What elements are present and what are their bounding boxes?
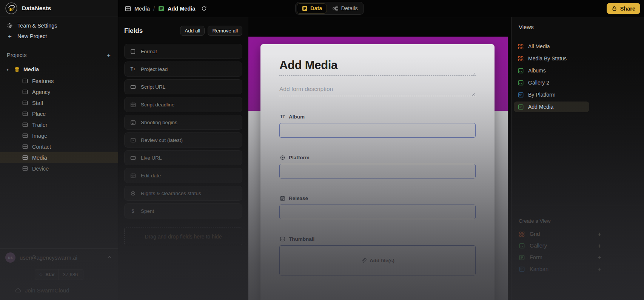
url-icon — [130, 155, 136, 161]
field-card-spent[interactable]: Spent — [124, 203, 242, 218]
view-all-media[interactable]: All Media — [514, 41, 589, 52]
fields-panel: Fields Add all Remove all Format Project… — [118, 17, 248, 300]
form-title-input[interactable]: Add Media — [279, 58, 476, 72]
text-field-icon — [130, 66, 136, 72]
calendar-icon — [279, 195, 285, 201]
mode-toggle: Data Details — [295, 2, 364, 15]
form-description-input[interactable]: Add form description — [279, 86, 476, 92]
sidebar-item-new-project[interactable]: New Project — [0, 31, 118, 42]
add-all-button[interactable]: Add all — [180, 26, 205, 36]
project-row-media[interactable]: Media — [0, 64, 118, 75]
resize-handle-icon[interactable] — [470, 71, 476, 77]
create-gallery-view[interactable]: Gallery — [519, 241, 602, 251]
avatar: us — [5, 252, 15, 263]
form-icon — [302, 5, 308, 11]
view-albums[interactable]: Albums — [514, 65, 589, 76]
tab-details[interactable]: Details — [328, 3, 362, 14]
gallery-view-icon — [518, 80, 524, 86]
field-card-project-lead[interactable]: Project lead — [124, 62, 242, 77]
table-icon — [22, 100, 28, 106]
platform-input[interactable] — [279, 164, 476, 178]
create-grid-view[interactable]: Grid — [519, 229, 602, 239]
sidebar-table-agency[interactable]: Agency — [0, 86, 118, 97]
view-by-platform[interactable]: By Platform — [514, 89, 589, 100]
kanban-view-icon — [518, 92, 524, 98]
tab-data[interactable]: Data — [297, 3, 327, 14]
field-card-format[interactable]: Format — [124, 44, 242, 59]
join-cloud-link[interactable]: Join SwarmCloud — [15, 286, 118, 295]
remove-all-button[interactable]: Remove all — [208, 26, 242, 36]
chevron-down-icon[interactable] — [5, 66, 11, 72]
field-card-rights-status[interactable]: Rights & clearances status — [124, 186, 242, 201]
app-window: DataNests Team & Settings New Project Pr… — [0, 0, 644, 300]
app-title: DataNests — [22, 5, 51, 12]
view-label: By Platform — [528, 92, 555, 98]
hide-fields-dropzone[interactable]: Drag and drop fields here to hide — [124, 228, 242, 245]
add-view-icon[interactable] — [596, 266, 602, 272]
grid-view-icon — [518, 43, 524, 49]
table-label: Staff — [32, 100, 43, 106]
sidebar-table-place[interactable]: Place — [0, 108, 118, 119]
user-menu[interactable]: us user@agencyswarm.ai — [0, 249, 118, 266]
sidebar-table-media-selected[interactable]: Media — [0, 152, 118, 163]
resize-handle-icon[interactable] — [470, 92, 476, 98]
form-field-release: Release — [279, 195, 476, 219]
release-input[interactable] — [279, 205, 476, 219]
tables-list: Features Agency Staff Place Trailer Imag… — [0, 75, 118, 174]
create-view-title: Create a View — [519, 218, 637, 224]
sidebar-table-features[interactable]: Features — [0, 75, 118, 86]
create-kanban-view[interactable]: Kanban — [519, 264, 602, 274]
table-icon — [125, 6, 131, 12]
sidebar-table-image[interactable]: Image — [0, 130, 118, 141]
share-button[interactable]: Share — [607, 3, 640, 14]
view-gallery-2[interactable]: Gallery 2 — [514, 77, 589, 88]
dollar-icon — [130, 208, 136, 214]
app-header: DataNests — [0, 0, 118, 17]
sidebar-item-team-settings[interactable]: Team & Settings — [0, 20, 118, 31]
field-card-shooting-begins[interactable]: Shooting begins — [124, 115, 242, 130]
field-label-row: Release — [279, 195, 476, 201]
lock-icon — [612, 6, 618, 12]
field-card-edit-date[interactable]: Edit date — [124, 168, 242, 183]
grid-view-icon — [518, 55, 524, 62]
hidden-fields-list: Format Project lead Script URL Script de… — [124, 44, 242, 218]
field-card-review-cut[interactable]: Review cut (latest) — [124, 132, 242, 148]
grid-view-icon — [519, 231, 525, 237]
breadcrumb-view[interactable]: Add Media — [168, 6, 195, 12]
sidebar-table-staff[interactable]: Staff — [0, 97, 118, 108]
table-label: Media — [32, 155, 47, 161]
create-view-label: Kanban — [530, 266, 548, 272]
projects-label: Projects — [7, 52, 26, 58]
user-email: user@agencyswarm.ai — [20, 254, 102, 261]
add-view-icon[interactable] — [596, 231, 602, 237]
table-icon — [22, 155, 28, 161]
app-logo-icon[interactable] — [5, 2, 17, 14]
field-card-script-url[interactable]: Script URL — [124, 79, 242, 94]
view-media-by-status[interactable]: Media By Status — [514, 53, 589, 64]
album-input[interactable] — [279, 123, 476, 138]
add-view-icon[interactable] — [596, 243, 602, 249]
star-button[interactable]: Star — [35, 269, 59, 280]
field-label: Live URL — [141, 155, 162, 161]
field-card-live-url[interactable]: Live URL — [124, 150, 242, 165]
create-form-view[interactable]: Form — [519, 252, 602, 262]
add-files-dropzone[interactable]: Add file(s) — [279, 245, 476, 275]
field-label: Project lead — [141, 66, 168, 72]
sidebar-table-trailer[interactable]: Trailer — [0, 119, 118, 130]
sidebar-table-device[interactable]: Device — [0, 163, 118, 174]
gallery-view-icon — [519, 243, 525, 249]
refresh-icon[interactable] — [201, 6, 207, 12]
github-star-widget[interactable]: Star 37,686 — [35, 269, 83, 280]
create-view-list: Grid Gallery Form Kanban — [519, 229, 637, 274]
view-add-media-selected[interactable]: Add Media — [514, 102, 589, 112]
form-field-platform: Platform — [279, 154, 476, 178]
database-icon — [14, 66, 20, 72]
sidebar-table-contact[interactable]: Contact — [0, 141, 118, 152]
field-label: Thumbnail — [289, 236, 314, 242]
field-card-script-deadline[interactable]: Script deadline — [124, 97, 242, 112]
breadcrumb-table[interactable]: Media — [134, 6, 150, 12]
field-label: Review cut (latest) — [141, 137, 183, 143]
add-project-icon[interactable] — [106, 52, 112, 58]
add-view-icon[interactable] — [596, 254, 602, 260]
table-label: Device — [32, 166, 49, 172]
